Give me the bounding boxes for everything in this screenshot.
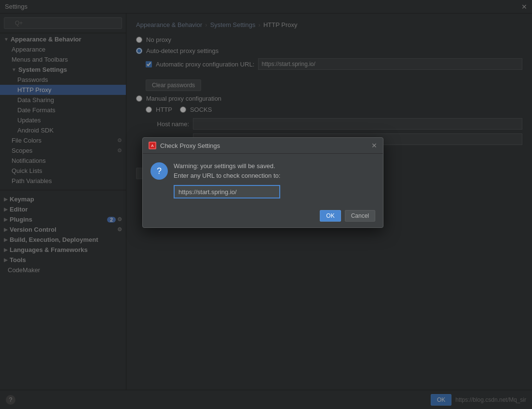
modal-ok-button[interactable]: OK: [320, 210, 341, 222]
modal-app-icon: A: [149, 142, 156, 149]
modal-close-icon[interactable]: ✕: [371, 142, 377, 149]
modal-url-input[interactable]: [174, 185, 280, 198]
modal-title-left: A Check Proxy Settings: [149, 142, 220, 149]
app-logo-icon: A: [150, 143, 155, 148]
modal-body: ? Warning: your settings will be saved. …: [143, 154, 383, 206]
modal-footer: OK Cancel: [143, 206, 383, 227]
modal-title-bar: A Check Proxy Settings ✕: [143, 138, 383, 154]
modal-warning-text: Warning: your settings will be saved. En…: [174, 161, 280, 180]
modal-cancel-button[interactable]: Cancel: [345, 210, 375, 222]
modal-content: Warning: your settings will be saved. En…: [174, 161, 280, 198]
modal-info-icon: ?: [150, 162, 168, 180]
modal-title-text: Check Proxy Settings: [160, 142, 220, 149]
check-proxy-dialog: A Check Proxy Settings ✕ ? Warning: your…: [142, 137, 383, 228]
svg-text:A: A: [151, 144, 154, 148]
modal-overlay: A Check Proxy Settings ✕ ? Warning: your…: [0, 0, 532, 409]
